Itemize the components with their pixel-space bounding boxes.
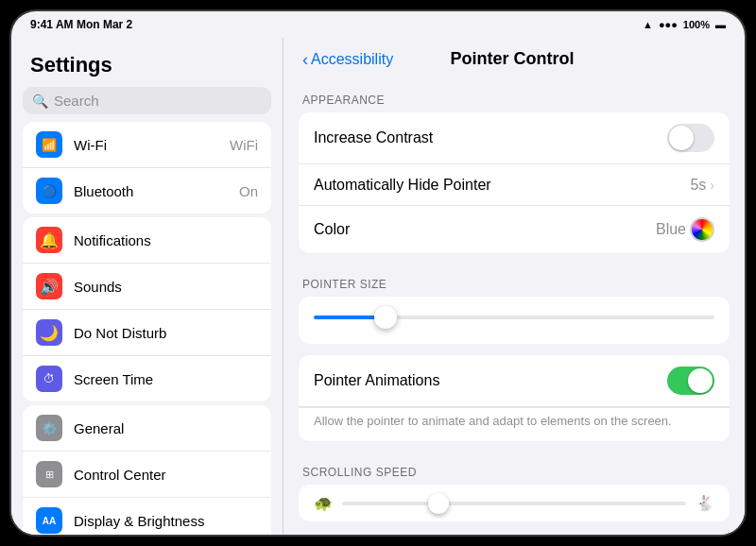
increase-contrast-label: Increase Contrast (314, 129, 667, 146)
auto-hide-pointer-row[interactable]: Automatically Hide Pointer 5s › (299, 164, 730, 206)
bluetooth-item-icon: 🔵 (36, 178, 62, 204)
dnd-symbol: 🌙 (40, 324, 59, 342)
general-label: General (74, 420, 258, 436)
display-label: Display & Brightness (74, 513, 258, 529)
search-bar[interactable]: 🔍 Search (23, 87, 271, 114)
main-content: Settings 🔍 Search 📶 Wi-Fi WiFi 🔵 (11, 38, 745, 535)
notifications-label: Notifications (74, 232, 258, 248)
sounds-symbol: 🔊 (40, 278, 59, 296)
scrolling-speed-group: 🐢 🐇 (299, 485, 730, 521)
display-symbol: AA (43, 516, 56, 526)
sounds-icon: 🔊 (36, 273, 62, 299)
pointer-size-group (299, 297, 730, 344)
footer-text: Button customizations are available in A… (284, 533, 745, 535)
color-label: Color (314, 221, 656, 238)
screentime-icon: ⏱ (36, 366, 62, 392)
auto-hide-pointer-value: 5s (690, 177, 706, 194)
pointer-animations-row: Pointer Animations (299, 355, 730, 407)
wifi-item-icon: 📶 (36, 131, 62, 158)
detail-title: Pointer Control (451, 49, 575, 68)
wifi-icon: ▲ (643, 19, 653, 30)
sidebar-item-display[interactable]: AA Display & Brightness (23, 498, 271, 535)
sounds-label: Sounds (74, 279, 258, 295)
scroll-fast-icon: 🐇 (696, 494, 714, 512)
sidebar: Settings 🔍 Search 📶 Wi-Fi WiFi 🔵 (11, 38, 284, 535)
color-swatch (690, 217, 714, 242)
pointer-animations-description: Allow the pointer to animate and adapt t… (314, 414, 672, 428)
wifi-label: Wi-Fi (74, 137, 230, 153)
animations-group: Pointer Animations Allow the pointer to … (299, 355, 730, 441)
bluetooth-value: On (239, 183, 258, 199)
sidebar-group-system: ⚙️ General ⊞ Control Center AA Display &… (23, 405, 271, 535)
scrolling-speed-row: 🐢 🐇 (299, 485, 730, 521)
color-value: Blue (656, 221, 686, 238)
controlcenter-icon: ⊞ (36, 461, 62, 487)
general-icon: ⚙️ (36, 415, 62, 441)
sidebar-item-screentime[interactable]: ⏱ Screen Time (23, 356, 271, 401)
sidebar-group-alerts: 🔔 Notifications 🔊 Sounds 🌙 Do Not Distur… (23, 217, 271, 401)
detail-header: ‹ Accessibility Pointer Control (284, 38, 745, 80)
sidebar-item-wifi[interactable]: 📶 Wi-Fi WiFi (23, 122, 271, 168)
controlcenter-symbol: ⊞ (45, 469, 54, 481)
screentime-label: Screen Time (74, 371, 258, 387)
scroll-slow-icon: 🐢 (314, 494, 333, 512)
auto-hide-pointer-label: Automatically Hide Pointer (314, 177, 690, 194)
notifications-icon: 🔔 (36, 227, 62, 253)
pointer-size-track (314, 316, 714, 319)
bluetooth-label: Bluetooth (74, 183, 239, 199)
back-button[interactable]: ‹ Accessibility (302, 51, 393, 68)
appearance-group: Increase Contrast Automatically Hide Poi… (299, 112, 730, 253)
notifications-symbol: 🔔 (40, 231, 59, 249)
pointer-animations-knob (688, 368, 713, 393)
dnd-label: Do Not Disturb (74, 325, 258, 341)
pointer-size-slider-container (299, 297, 730, 344)
sidebar-item-sounds[interactable]: 🔊 Sounds (23, 264, 271, 310)
pointer-size-section-label: POINTER SIZE (284, 264, 745, 297)
sidebar-title: Settings (11, 38, 283, 87)
scrolling-speed-track (342, 502, 686, 505)
general-symbol: ⚙️ (42, 421, 57, 435)
pointer-animations-toggle[interactable] (667, 367, 714, 395)
auto-hide-chevron-icon: › (710, 178, 714, 193)
sidebar-item-general[interactable]: ⚙️ General (23, 405, 271, 452)
dnd-icon: 🌙 (36, 319, 62, 346)
pointer-size-thumb[interactable] (374, 306, 397, 329)
battery-level: 100% (683, 19, 710, 30)
back-label: Accessibility (311, 51, 393, 68)
increase-contrast-row: Increase Contrast (299, 112, 730, 164)
bluetooth-symbol: 🔵 (42, 184, 57, 198)
search-icon: 🔍 (32, 94, 48, 109)
pointer-animations-label: Pointer Animations (314, 372, 667, 389)
increase-contrast-toggle[interactable] (667, 124, 714, 152)
screentime-symbol: ⏱ (43, 372, 55, 385)
status-bar: 9:41 AM Mon Mar 2 ▲ ●●● 100% ▬ (11, 11, 745, 38)
scrolling-speed-section-label: SCROLLING SPEED (284, 452, 745, 485)
status-right: ▲ ●●● 100% ▬ (643, 19, 726, 30)
ipad-frame: 9:41 AM Mon Mar 2 ▲ ●●● 100% ▬ Settings … (9, 9, 747, 537)
increase-contrast-knob (669, 126, 694, 150)
sidebar-item-bluetooth[interactable]: 🔵 Bluetooth On (23, 168, 271, 213)
sidebar-item-controlcenter[interactable]: ⊞ Control Center (23, 452, 271, 498)
search-placeholder: Search (54, 93, 99, 109)
display-icon: AA (36, 507, 62, 534)
sidebar-group-network: 📶 Wi-Fi WiFi 🔵 Bluetooth On (23, 122, 271, 213)
sidebar-item-notifications[interactable]: 🔔 Notifications (23, 217, 271, 264)
appearance-section-label: APPEARANCE (284, 80, 745, 112)
scrolling-speed-thumb[interactable] (428, 493, 449, 514)
pointer-animations-desc-row: Allow the pointer to animate and adapt t… (299, 407, 730, 441)
sidebar-item-donotdisturb[interactable]: 🌙 Do Not Disturb (23, 310, 271, 356)
controlcenter-label: Control Center (74, 467, 258, 483)
battery-icon: ▬ (715, 19, 726, 30)
status-time: 9:41 AM Mon Mar 2 (30, 18, 132, 31)
back-chevron-icon: ‹ (302, 51, 308, 68)
wifi-symbol: 📶 (42, 138, 57, 152)
wifi-value: WiFi (230, 137, 258, 153)
detail-panel: ‹ Accessibility Pointer Control APPEARAN… (284, 38, 745, 535)
signal-icon: ●●● (659, 19, 678, 30)
color-row[interactable]: Color Blue (299, 206, 730, 253)
